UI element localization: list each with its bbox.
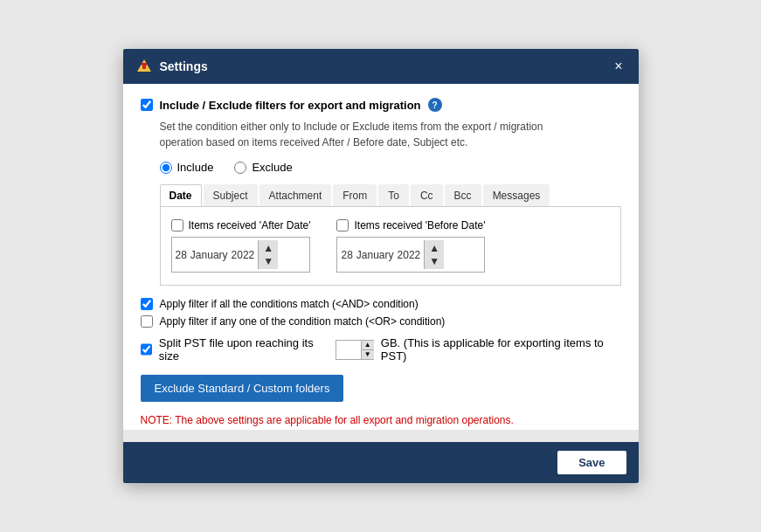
save-button[interactable]: Save (557, 451, 626, 474)
spinner-up[interactable]: ▲ (362, 341, 374, 350)
include-radio[interactable] (160, 162, 172, 174)
description-content: Set the condition either only to Include… (160, 121, 543, 149)
before-date-input[interactable]: 28 January 2022 ▲ ▼ (336, 237, 485, 273)
tab-subject[interactable]: Subject (204, 184, 258, 206)
include-label: Include (177, 161, 214, 174)
tab-attachment[interactable]: Attachment (259, 184, 332, 206)
dialog-body: Include / Exclude filters for export and… (123, 84, 639, 430)
before-day: 28 (341, 249, 352, 261)
tab-date[interactable]: Date (160, 184, 202, 206)
note-text: NOTE: The above settings are applicable … (141, 414, 621, 430)
before-date-field: Items received 'Before Date' 28 January … (336, 219, 485, 273)
and-condition-checkbox[interactable] (141, 298, 153, 310)
close-button[interactable]: × (611, 59, 626, 73)
exclude-label: Exclude (252, 161, 292, 174)
tabs-bar: Date Subject Attachment From To Cc Bcc M… (160, 184, 621, 207)
after-month: January (190, 249, 228, 261)
settings-dialog: Settings × Include / Exclude filters for… (123, 49, 639, 483)
description-text: Set the condition either only to Include… (160, 119, 621, 150)
before-date-checkbox[interactable] (336, 219, 349, 231)
before-date-label[interactable]: Items received 'Before Date' (336, 219, 485, 231)
spinner-buttons: ▲ ▼ (361, 341, 374, 359)
split-size-spinner[interactable]: 20 ▲ ▼ (336, 340, 374, 360)
svg-rect-2 (142, 63, 147, 66)
date-row: Items received 'After Date' 28 January 2… (171, 219, 610, 273)
radio-group: Include Exclude (160, 161, 621, 174)
split-label: Split PST file upon reaching its size (159, 336, 329, 363)
tab-cc[interactable]: Cc (411, 184, 443, 206)
conditions-section: Apply filter if all the conditions match… (141, 298, 621, 328)
and-condition-label: Apply filter if all the conditions match… (160, 298, 419, 310)
dialog-footer: Save (123, 442, 639, 483)
after-date-label[interactable]: Items received 'After Date' (171, 219, 311, 231)
help-icon[interactable]: ? (428, 98, 442, 112)
split-section: Split PST file upon reaching its size 20… (141, 336, 621, 363)
tab-messages[interactable]: Messages (483, 184, 550, 206)
tab-bcc[interactable]: Bcc (445, 184, 481, 206)
split-suffix: GB. (This is applicable for exporting it… (381, 336, 621, 363)
after-date-field: Items received 'After Date' 28 January 2… (171, 219, 311, 273)
tabs-container: Date Subject Attachment From To Cc Bcc M… (160, 184, 621, 286)
after-year: 2022 (232, 249, 255, 261)
after-date-checkbox[interactable] (171, 219, 183, 231)
before-year: 2022 (398, 249, 421, 261)
tab-to[interactable]: To (378, 184, 409, 206)
split-size-input[interactable]: 20 (336, 342, 361, 357)
app-icon (135, 58, 153, 75)
and-condition-row: Apply filter if all the conditions match… (141, 298, 621, 310)
before-month: January (356, 249, 394, 261)
after-date-input[interactable]: 28 January 2022 ▲ ▼ (171, 237, 311, 273)
after-date-text: Items received 'After Date' (189, 219, 311, 231)
section-title: Include / Exclude filters for export and… (160, 99, 421, 112)
or-condition-row: Apply filter if any one of the condition… (141, 315, 621, 328)
spinner-down[interactable]: ▼ (362, 350, 374, 359)
dialog-title: Settings (160, 59, 208, 73)
after-date-dropdown[interactable]: ▲ ▼ (258, 240, 278, 269)
include-exclude-checkbox[interactable] (141, 99, 153, 111)
exclude-radio-label[interactable]: Exclude (234, 161, 292, 174)
exclude-radio[interactable] (234, 162, 246, 174)
after-day: 28 (176, 249, 187, 261)
or-condition-checkbox[interactable] (141, 315, 153, 328)
split-checkbox[interactable] (141, 343, 152, 356)
before-date-dropdown[interactable]: ▲ ▼ (424, 240, 444, 269)
tab-content-date: Items received 'After Date' 28 January 2… (160, 207, 621, 286)
include-radio-label[interactable]: Include (160, 161, 214, 174)
section-header: Include / Exclude filters for export and… (141, 98, 621, 112)
title-bar: Settings × (123, 49, 639, 84)
before-date-text: Items received 'Before Date' (354, 219, 485, 231)
or-condition-label: Apply filter if any one of the condition… (160, 315, 446, 328)
title-bar-left: Settings (135, 58, 208, 75)
tab-from[interactable]: From (333, 184, 377, 206)
exclude-folders-button[interactable]: Exclude Standard / Custom folders (141, 375, 344, 402)
